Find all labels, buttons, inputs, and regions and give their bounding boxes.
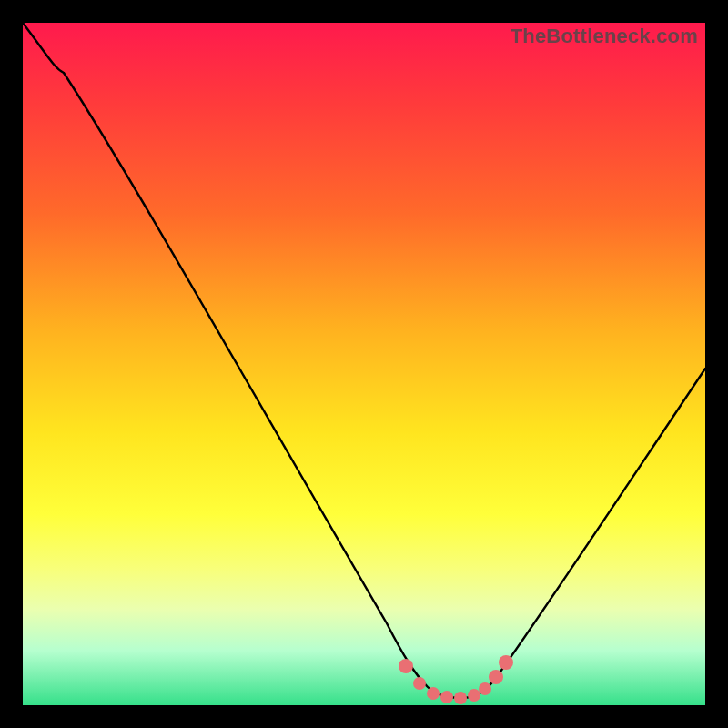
highlight-dot: [413, 677, 426, 690]
highlight-dot: [489, 670, 503, 684]
chart-frame: TheBottleneck.com: [23, 23, 705, 705]
highlight-dot: [499, 655, 513, 670]
highlight-dot: [479, 682, 491, 695]
highlight-dot: [454, 692, 467, 704]
highlight-dot: [440, 691, 453, 703]
highlight-dots-group: [399, 655, 513, 704]
bottleneck-curve: [23, 23, 705, 698]
highlight-dot: [427, 687, 440, 700]
highlight-dot: [399, 659, 413, 673]
highlight-dot: [468, 689, 480, 702]
chart-svg: [23, 23, 705, 705]
